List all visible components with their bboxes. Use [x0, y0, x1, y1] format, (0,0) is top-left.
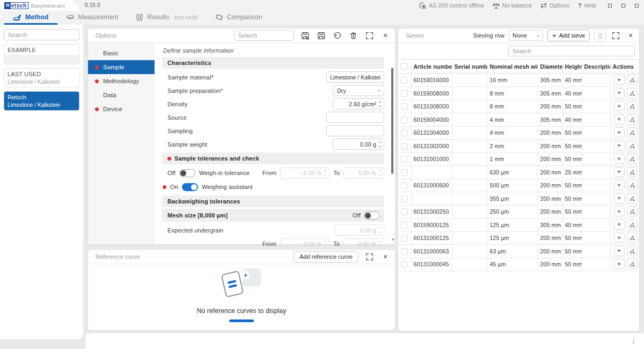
sieving-row-select[interactable]: None: [509, 30, 543, 41]
scroll-down-icon[interactable]: ▾: [392, 237, 394, 242]
add-sieve-to-row-button[interactable]: +: [614, 127, 625, 137]
add-sieve-to-row-button[interactable]: +: [614, 101, 625, 111]
stepper-arrows-icon[interactable]: [379, 241, 381, 247]
delete-button[interactable]: [348, 30, 358, 41]
weigh-in-toggle[interactable]: [179, 169, 195, 177]
add-sieve-to-row-button[interactable]: +: [614, 220, 625, 230]
sidebar-item-last-used[interactable]: LAST USED Limestone / Kalkstein: [4, 68, 79, 88]
options-menu-button[interactable]: Options: [540, 2, 569, 9]
row-checkbox[interactable]: [401, 169, 408, 176]
edit-sieve-button[interactable]: [627, 141, 638, 151]
row-checkbox[interactable]: [401, 208, 408, 215]
row-checkbox[interactable]: [401, 77, 408, 84]
options-menu-item-methodology[interactable]: Methodology: [88, 74, 155, 88]
weigh-in-from-stepper[interactable]: -5.00 %: [280, 168, 330, 179]
stepper-arrows-icon[interactable]: [324, 170, 326, 176]
stepper-arrows-icon[interactable]: [379, 170, 381, 176]
close-window-button[interactable]: [635, 4, 639, 8]
fullscreen-button[interactable]: [364, 251, 375, 262]
weighing-assistant-toggle[interactable]: [182, 183, 198, 191]
options-menu-item-data[interactable]: Data: [88, 88, 155, 102]
sample-preparation-select[interactable]: Dry: [333, 85, 384, 96]
tab-measurement[interactable]: Measurement: [57, 11, 127, 25]
edit-sieve-button[interactable]: [627, 259, 638, 269]
delete-sieves-button[interactable]: [594, 30, 606, 41]
row-checkbox[interactable]: [401, 129, 408, 136]
edit-sieve-button[interactable]: [627, 220, 638, 230]
help-button[interactable]: ? Help: [578, 2, 596, 9]
add-sieve-to-row-button[interactable]: +: [614, 180, 625, 190]
edit-sieve-button[interactable]: [627, 180, 638, 190]
tab-results[interactable]: Results test.esdb: [127, 11, 207, 25]
tab-comparison[interactable]: Comparison: [207, 11, 271, 25]
stepper-arrows-icon[interactable]: [379, 141, 381, 148]
add-sieve-to-row-button[interactable]: +: [614, 141, 625, 151]
edit-sieve-button[interactable]: [627, 193, 638, 203]
edit-sieve-button[interactable]: [627, 206, 638, 216]
add-sieve-to-row-button[interactable]: +: [614, 259, 625, 269]
row-checkbox[interactable]: [401, 248, 408, 255]
kebab-menu-icon[interactable]: ⋮: [631, 337, 637, 345]
backweighing-to-stepper[interactable]: 0.00 %: [343, 238, 384, 250]
row-checkbox[interactable]: [401, 195, 408, 202]
add-sieve-to-row-button[interactable]: +: [614, 154, 625, 164]
add-sieve-button[interactable]: + Add sieve: [547, 30, 590, 41]
density-stepper[interactable]: 2.60 g/cm³: [333, 98, 384, 110]
expected-undergrain-stepper[interactable]: 0.00 g: [335, 224, 384, 236]
select-all-checkbox[interactable]: [400, 63, 407, 70]
add-reference-curve-button[interactable]: Add reference curve: [294, 251, 358, 263]
edit-sieve-button[interactable]: [627, 75, 638, 85]
fullscreen-button[interactable]: [610, 30, 621, 41]
sidebar-item-retsch[interactable]: Retsch Limestone / Kalkstein: [4, 91, 79, 111]
row-checkbox[interactable]: [401, 143, 408, 150]
add-sieve-to-row-button[interactable]: +: [614, 246, 625, 256]
add-sieve-to-row-button[interactable]: +: [614, 193, 625, 203]
close-panel-button[interactable]: ×: [380, 251, 391, 262]
close-panel-button[interactable]: ×: [625, 30, 636, 41]
sampling-input[interactable]: [326, 125, 384, 136]
row-checkbox[interactable]: [401, 117, 408, 123]
close-panel-button[interactable]: ×: [380, 30, 391, 41]
sidebar-search-input[interactable]: [4, 29, 79, 40]
edit-sieve-button[interactable]: [627, 154, 638, 164]
row-checkbox[interactable]: [401, 90, 408, 97]
stepper-arrows-icon[interactable]: [379, 101, 381, 107]
options-menu-item-basic[interactable]: Basic: [88, 46, 155, 60]
row-checkbox[interactable]: [401, 182, 408, 189]
add-sieve-to-row-button[interactable]: +: [614, 75, 625, 85]
minimize-button[interactable]: [608, 4, 612, 8]
save-as-button[interactable]: [299, 30, 310, 41]
maximize-button[interactable]: [621, 4, 625, 8]
edit-sieve-button[interactable]: [627, 88, 638, 98]
edit-sieve-button[interactable]: [627, 101, 638, 111]
stepper-arrows-icon[interactable]: [379, 227, 381, 234]
source-input[interactable]: [326, 112, 384, 123]
row-checkbox[interactable]: [401, 156, 408, 163]
weigh-in-to-stepper[interactable]: 5.00 %: [343, 168, 384, 179]
row-checkbox[interactable]: [401, 235, 408, 242]
sieves-search-input[interactable]: [508, 46, 635, 56]
edit-sieve-button[interactable]: [627, 232, 638, 243]
fullscreen-button[interactable]: [364, 30, 375, 41]
edit-sieve-button[interactable]: [627, 114, 638, 125]
sample-weight-stepper[interactable]: 0.00 g: [333, 139, 384, 150]
options-menu-item-device[interactable]: Device: [88, 102, 155, 116]
options-search-input[interactable]: [234, 30, 294, 41]
add-sieve-to-row-button[interactable]: +: [614, 114, 625, 125]
add-sieve-to-row-button[interactable]: +: [614, 167, 625, 177]
save-button[interactable]: [316, 30, 326, 41]
add-sieve-to-row-button[interactable]: +: [614, 206, 625, 216]
undo-button[interactable]: [332, 30, 342, 41]
edit-sieve-button[interactable]: [627, 246, 638, 256]
tab-method[interactable]: Method: [4, 11, 57, 25]
sidebar-group-example[interactable]: EXAMPLE: [4, 44, 79, 64]
scrollbar-thumb[interactable]: [391, 68, 393, 174]
row-checkbox[interactable]: [401, 103, 408, 110]
mesh-size-toggle[interactable]: [364, 212, 380, 220]
options-menu-item-sample[interactable]: Sample: [88, 60, 155, 74]
row-checkbox[interactable]: [401, 222, 408, 229]
add-sieve-to-row-button[interactable]: +: [614, 88, 625, 98]
edit-sieve-button[interactable]: [627, 127, 638, 137]
sample-material-input[interactable]: [326, 71, 384, 83]
edit-sieve-button[interactable]: [627, 167, 638, 177]
